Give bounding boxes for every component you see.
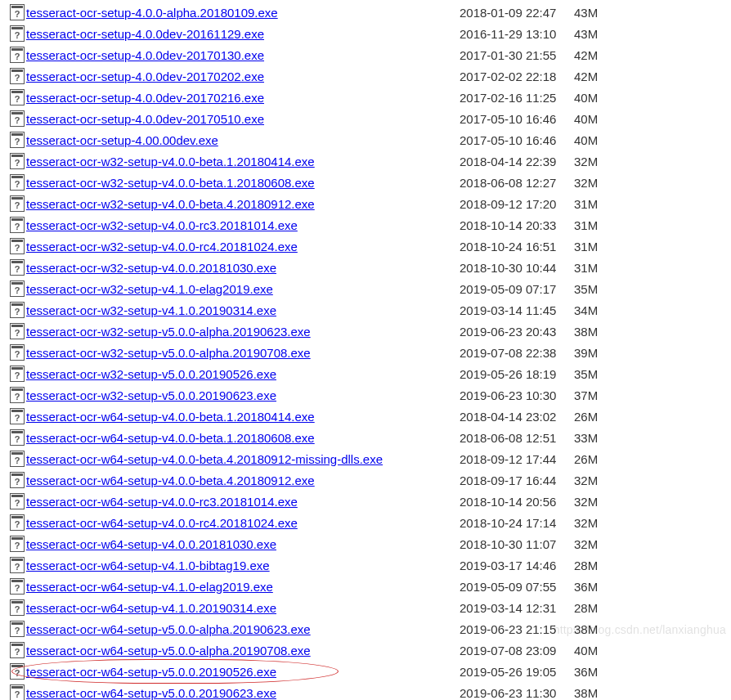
file-size: 40M — [574, 133, 615, 147]
file-link[interactable]: tesseract-ocr-setup-4.0.0dev-20161129.ex… — [26, 27, 264, 41]
file-date: 2019-03-17 14:46 — [460, 559, 574, 572]
file-icon: ? — [8, 621, 26, 637]
file-row: ? tesseract-ocr-w64-setup-v4.0.0-beta.1.… — [8, 406, 723, 427]
file-size: 32M — [574, 473, 615, 487]
file-date: 2017-05-10 16:46 — [460, 133, 574, 147]
svg-text:?: ? — [15, 179, 20, 189]
file-name-cell: tesseract-ocr-w32-setup-v5.0.0-alpha.201… — [26, 346, 460, 360]
file-link[interactable]: tesseract-ocr-w64-setup-v4.0.0.20181030.… — [26, 537, 276, 551]
file-date: 2019-05-26 18:19 — [460, 367, 574, 381]
file-date: 2018-10-14 20:56 — [460, 495, 574, 509]
file-link[interactable]: tesseract-ocr-w32-setup-v4.0.0.20181030.… — [26, 261, 276, 275]
file-link[interactable]: tesseract-ocr-w64-setup-v4.0.0-rc3.20181… — [26, 495, 298, 509]
file-link[interactable]: tesseract-ocr-setup-4.0.0-alpha.20180109… — [26, 6, 278, 20]
file-size: 38M — [574, 325, 615, 339]
file-link[interactable]: tesseract-ocr-setup-4.00.00dev.exe — [26, 133, 218, 147]
file-row: ? tesseract-ocr-w64-setup-v4.1.0-elag201… — [8, 576, 723, 597]
file-size: 43M — [574, 6, 615, 20]
file-date: 2018-10-30 10:44 — [460, 261, 574, 275]
file-row: ? tesseract-ocr-w32-setup-v4.1.0.2019031… — [8, 299, 723, 321]
file-icon: ? — [8, 578, 26, 595]
file-row: ? tesseract-ocr-setup-4.0.0dev-20170510.… — [8, 108, 723, 129]
file-row: ? tesseract-ocr-w64-setup-v4.0.0-beta.4.… — [8, 448, 723, 469]
file-icon: ? — [8, 259, 26, 276]
file-link[interactable]: tesseract-ocr-w32-setup-v4.1.0-elag2019.… — [26, 282, 273, 296]
svg-text:?: ? — [15, 519, 20, 529]
file-link[interactable]: tesseract-ocr-setup-4.0.0dev-20170510.ex… — [26, 112, 264, 126]
svg-rect-88 — [11, 622, 23, 625]
file-link[interactable]: tesseract-ocr-w64-setup-v5.0.0.20190623.… — [26, 686, 276, 700]
svg-text:?: ? — [15, 668, 20, 678]
svg-rect-31 — [11, 218, 23, 221]
file-size: 31M — [574, 261, 615, 275]
file-link[interactable]: tesseract-ocr-w64-setup-v4.0.0-rc4.20181… — [26, 516, 298, 530]
file-link[interactable]: tesseract-ocr-w64-setup-v4.1.0-elag2019.… — [26, 580, 273, 594]
file-link[interactable]: tesseract-ocr-w64-setup-v4.1.0-bibtag19.… — [26, 559, 270, 572]
file-link[interactable]: tesseract-ocr-setup-4.0.0dev-20170130.ex… — [26, 48, 264, 62]
file-date: 2018-09-17 16:44 — [460, 473, 574, 487]
file-link[interactable]: tesseract-ocr-w64-setup-v4.1.0.20190314.… — [26, 601, 276, 615]
file-size: 42M — [574, 70, 615, 83]
file-size: 38M — [574, 686, 615, 700]
file-date: 2019-05-26 19:05 — [460, 665, 574, 679]
file-row: ? tesseract-ocr-setup-4.0.0dev-20170202.… — [8, 65, 723, 87]
file-link[interactable]: tesseract-ocr-w32-setup-v4.0.0-beta.4.20… — [26, 197, 315, 211]
file-name-cell: tesseract-ocr-w64-setup-v4.0.0-beta.4.20… — [26, 452, 460, 466]
file-link[interactable]: tesseract-ocr-w64-setup-v4.0.0-beta.1.20… — [26, 410, 315, 424]
file-icon: ? — [8, 366, 26, 382]
file-name-cell: tesseract-ocr-setup-4.0.0dev-20170202.ex… — [26, 70, 460, 83]
svg-rect-34 — [11, 240, 23, 242]
svg-rect-64 — [11, 452, 23, 455]
file-size: 35M — [574, 367, 615, 381]
svg-rect-94 — [11, 665, 23, 667]
file-link[interactable]: tesseract-ocr-w32-setup-v5.0.0-alpha.201… — [26, 346, 311, 360]
file-link[interactable]: tesseract-ocr-w64-setup-v5.0.0-alpha.201… — [26, 622, 311, 636]
file-link[interactable]: tesseract-ocr-w32-setup-v5.0.0.20190526.… — [26, 367, 276, 381]
file-icon: ? — [8, 344, 26, 361]
file-link[interactable]: tesseract-ocr-w32-setup-v4.0.0-rc4.20181… — [26, 240, 298, 254]
file-name-cell: tesseract-ocr-w32-setup-v4.0.0-beta.1.20… — [26, 176, 460, 190]
svg-text:?: ? — [15, 137, 20, 146]
file-date: 2019-06-23 11:30 — [460, 686, 574, 700]
file-link[interactable]: tesseract-ocr-w32-setup-v5.0.0.20190623.… — [26, 388, 276, 402]
file-icon: ? — [8, 132, 26, 148]
file-name-cell: tesseract-ocr-w64-setup-v5.0.0.20190623.… — [26, 686, 460, 700]
file-row: ? tesseract-ocr-w32-setup-v4.0.0.2018103… — [8, 257, 723, 278]
file-link[interactable]: tesseract-ocr-setup-4.0.0dev-20170216.ex… — [26, 91, 264, 105]
file-name-cell: tesseract-ocr-w32-setup-v4.1.0.20190314.… — [26, 303, 460, 317]
file-link[interactable]: tesseract-ocr-w32-setup-v4.1.0.20190314.… — [26, 303, 276, 317]
file-size: 40M — [574, 112, 615, 126]
svg-text:?: ? — [15, 689, 20, 699]
file-name-cell: tesseract-ocr-w64-setup-v4.0.0.20181030.… — [26, 537, 460, 551]
file-date: 2018-06-08 12:51 — [460, 431, 574, 445]
file-date: 2019-07-08 22:38 — [460, 346, 574, 360]
file-link[interactable]: tesseract-ocr-w64-setup-v4.0.0-beta.4.20… — [26, 452, 383, 466]
svg-text:?: ? — [15, 541, 20, 550]
file-icon: ? — [8, 217, 26, 233]
file-size: 31M — [574, 218, 615, 232]
file-link[interactable]: tesseract-ocr-w32-setup-v4.0.0-beta.1.20… — [26, 176, 315, 190]
svg-text:?: ? — [15, 30, 20, 40]
file-row: ? tesseract-ocr-setup-4.00.00dev.exe2017… — [8, 129, 723, 150]
file-link[interactable]: tesseract-ocr-w64-setup-v4.0.0-beta.1.20… — [26, 431, 315, 445]
file-icon: ? — [8, 493, 26, 509]
file-name-cell: tesseract-ocr-w64-setup-v5.0.0.20190526.… — [26, 665, 460, 679]
svg-rect-97 — [11, 686, 23, 689]
file-row: ? tesseract-ocr-w64-setup-v4.0.0-beta.1.… — [8, 427, 723, 448]
file-link[interactable]: tesseract-ocr-w32-setup-v4.0.0-beta.1.20… — [26, 155, 315, 168]
file-link[interactable]: tesseract-ocr-w64-setup-v5.0.0.20190526.… — [26, 665, 276, 679]
file-row: ? tesseract-ocr-w32-setup-v4.0.0-beta.4.… — [8, 193, 723, 214]
file-link[interactable]: tesseract-ocr-setup-4.0.0dev-20170202.ex… — [26, 70, 264, 83]
file-date: 2017-02-02 22:18 — [460, 70, 574, 83]
file-icon: ? — [8, 408, 26, 424]
file-link[interactable]: tesseract-ocr-w32-setup-v4.0.0-rc3.20181… — [26, 218, 298, 232]
svg-text:?: ? — [15, 115, 20, 125]
svg-rect-91 — [11, 644, 23, 646]
svg-rect-85 — [11, 601, 23, 604]
file-link[interactable]: tesseract-ocr-w64-setup-v4.0.0-beta.4.20… — [26, 473, 315, 487]
svg-rect-19 — [11, 133, 23, 136]
file-link[interactable]: tesseract-ocr-w32-setup-v5.0.0-alpha.201… — [26, 325, 311, 339]
svg-text:?: ? — [15, 583, 20, 593]
file-link[interactable]: tesseract-ocr-w64-setup-v5.0.0-alpha.201… — [26, 644, 311, 657]
svg-rect-28 — [11, 197, 23, 200]
